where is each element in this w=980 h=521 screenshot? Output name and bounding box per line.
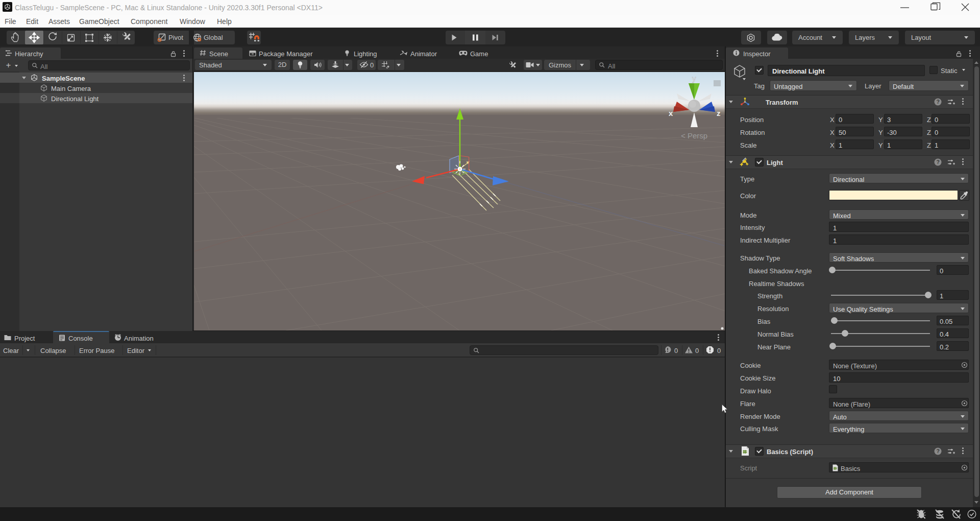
- svg-text:?: ?: [937, 99, 940, 105]
- svg-text:y: y: [692, 74, 696, 83]
- svg-text:< Persp: < Persp: [681, 131, 707, 140]
- svg-text:x: x: [669, 109, 673, 117]
- svg-text:?: ?: [937, 448, 940, 454]
- svg-text:z: z: [717, 109, 721, 117]
- svg-text:?: ?: [937, 159, 940, 165]
